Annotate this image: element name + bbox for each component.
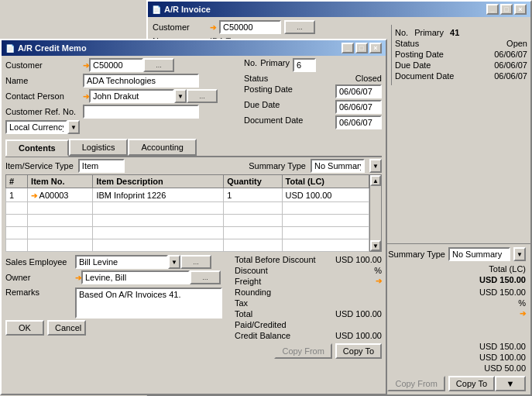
owner-arrow-icon: ➔ xyxy=(75,274,81,282)
grid-scrollbar[interactable]: ▲ ▼ xyxy=(369,174,382,252)
credit-maximize-button[interactable]: □ xyxy=(355,43,368,53)
scroll-down-button[interactable]: ▼ xyxy=(370,240,381,251)
inv-copy-to-button[interactable]: Copy To xyxy=(448,376,495,391)
cm-customer-ref-input[interactable] xyxy=(83,105,199,119)
cm-discount-label: Discount xyxy=(235,266,268,275)
cm-customer-input[interactable] xyxy=(89,58,143,72)
ok-button[interactable]: OK xyxy=(5,320,44,336)
cm-total-before-discount-value: USD 100.00 xyxy=(335,255,382,264)
summary-dropdown-button[interactable]: ▼ xyxy=(513,247,526,261)
sales-employee-input[interactable] xyxy=(75,255,168,269)
cm-doc-date-input[interactable] xyxy=(335,115,382,129)
item-service-type-input[interactable] xyxy=(78,159,125,173)
item-row-arrow-icon: ➔ xyxy=(31,191,37,200)
cm-name-input[interactable] xyxy=(83,74,199,88)
col-quantity: Quantity xyxy=(224,175,282,188)
cm-no-input[interactable] xyxy=(293,58,316,72)
posting-date-value: 06/06/07 xyxy=(494,50,527,59)
table-row xyxy=(6,215,369,227)
table-row xyxy=(6,239,369,252)
inv-copy-from-button[interactable]: Copy From xyxy=(387,376,444,391)
contents-tab[interactable]: Contents xyxy=(5,139,69,157)
col-total: Total (LC) xyxy=(282,175,369,188)
cell-description: IBM Infoprint 1226 xyxy=(93,188,224,202)
total-lc-value: USD 150.00 xyxy=(479,275,526,284)
cm-tax-label: Tax xyxy=(235,298,248,308)
cm-copy-to-button[interactable]: Copy To xyxy=(335,343,382,359)
accounting-tab[interactable]: Accounting xyxy=(128,139,196,156)
items-grid: # Item No. Item Description Quantity Tot… xyxy=(5,174,369,252)
customer-arrow-icon: ➔ xyxy=(210,23,216,32)
cm-copy-from-button[interactable]: Copy From xyxy=(274,343,331,359)
minimize-button[interactable]: _ xyxy=(486,4,499,15)
cm-due-date-input[interactable] xyxy=(335,100,382,114)
summary-type-input[interactable] xyxy=(448,247,510,261)
inv-paid-credited-value: USD 100.00 xyxy=(479,353,526,362)
no-label: No. xyxy=(395,28,408,37)
cm-primary-label: Primary xyxy=(260,58,290,72)
cm-due-date-label: Due Date xyxy=(244,100,280,114)
remarks-input[interactable]: Based On A/R Invoices 41. xyxy=(75,288,222,319)
close-button[interactable]: × xyxy=(514,4,527,15)
inv-total-value: USD 150.00 xyxy=(479,342,526,351)
owner-expand-button[interactable]: … xyxy=(190,270,221,284)
credit-minimize-button[interactable]: _ xyxy=(342,43,354,53)
cm-customer-arrow-icon: ➔ xyxy=(83,61,89,70)
cm-rounding-label: Rounding xyxy=(235,288,271,297)
sales-employee-label: Sales Employee xyxy=(5,257,75,267)
maximize-button[interactable]: □ xyxy=(500,4,513,15)
cm-contact-input[interactable] xyxy=(89,89,174,103)
cm-freight-label: Freight xyxy=(235,277,261,286)
table-row[interactable]: 1 ➔ A00003 IBM Infoprint 1226 1 USD 100.… xyxy=(6,188,369,202)
owner-input[interactable] xyxy=(81,270,190,284)
no-value: 41 xyxy=(450,28,459,37)
cell-quantity: 1 xyxy=(224,188,282,202)
cm-credit-balance-label: Credit Balance xyxy=(235,331,290,340)
col-item-no: Item No. xyxy=(28,175,93,188)
grid-summary-dropdown-button[interactable]: ▼ xyxy=(369,159,382,173)
invoice-title-icon: 📄 xyxy=(152,5,161,14)
cm-status-value: Closed xyxy=(355,74,382,83)
cm-local-currency-input[interactable] xyxy=(5,120,67,134)
cancel-button[interactable]: Cancel xyxy=(47,320,86,336)
cell-item-no: ➔ A00003 xyxy=(28,188,93,202)
col-description: Item Description xyxy=(93,175,224,188)
cm-status-label: Status xyxy=(244,74,268,83)
cm-posting-date-input[interactable] xyxy=(335,84,382,98)
inv-copy-to-dropdown-button[interactable]: ▼ xyxy=(495,376,526,391)
cm-no-label: No. xyxy=(244,58,257,72)
cm-contact-expand-button[interactable]: … xyxy=(187,89,218,103)
customer-expand-button[interactable]: … xyxy=(284,20,315,34)
credit-title-icon: 📄 xyxy=(5,44,15,53)
doc-date-value: 06/06/07 xyxy=(494,71,527,81)
table-row xyxy=(6,227,369,239)
cell-num: 1 xyxy=(6,188,28,202)
cm-discount-suffix: % xyxy=(374,266,382,275)
logistics-tab[interactable]: Logistics xyxy=(69,139,129,156)
cm-customer-expand-button[interactable]: … xyxy=(143,58,174,72)
grid-summary-type-label: Summary Type xyxy=(249,161,306,170)
summary-type-label: Summary Type xyxy=(388,250,445,259)
due-date-value: 06/06/07 xyxy=(494,60,527,70)
ar-invoice-titlebar: 📄 A/R Invoice _ □ × xyxy=(148,2,530,17)
scroll-up-button[interactable]: ▲ xyxy=(370,175,381,186)
table-row xyxy=(6,202,369,215)
cm-contact-dropdown-button[interactable]: ▼ xyxy=(174,89,187,103)
sales-expand-button[interactable]: … xyxy=(180,255,211,269)
cm-customer-label: Customer xyxy=(5,60,83,70)
due-date-label: Due Date xyxy=(395,60,431,70)
status-label: Status xyxy=(395,39,419,48)
cm-total-value: USD 100.00 xyxy=(335,309,382,319)
credit-close-button[interactable]: × xyxy=(369,43,382,53)
cm-currency-dropdown-button[interactable]: ▼ xyxy=(67,120,80,134)
primary-label: Primary xyxy=(414,28,444,37)
cm-customer-ref-label: Customer Ref. No. xyxy=(5,107,83,116)
cm-paid-credited-label: Paid/Credited xyxy=(235,320,287,329)
customer-input[interactable] xyxy=(219,20,281,34)
grid-summary-type-input[interactable] xyxy=(311,159,365,173)
ar-invoice-title: A/R Invoice xyxy=(164,5,211,14)
cell-total: USD 100.00 xyxy=(282,188,369,202)
sales-dropdown-button[interactable]: ▼ xyxy=(168,255,180,269)
cm-posting-date-label: Posting Date xyxy=(244,84,293,98)
cm-name-label: Name xyxy=(5,76,83,85)
